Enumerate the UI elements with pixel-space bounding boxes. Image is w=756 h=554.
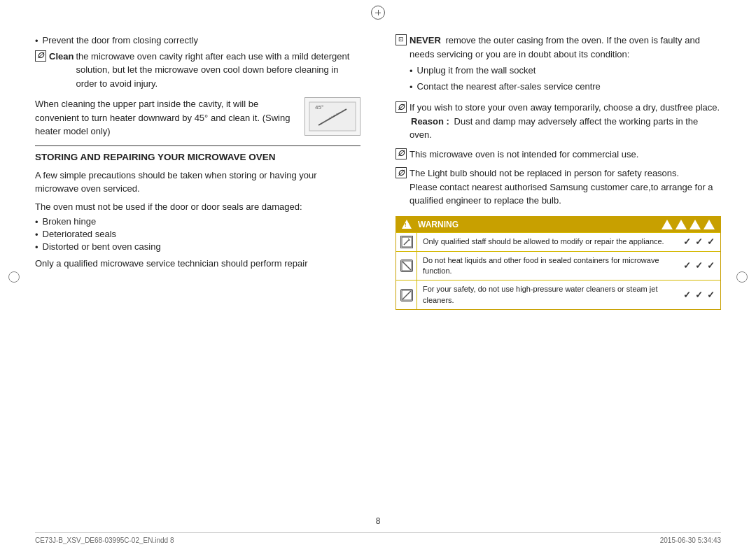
section-title: STORING AND REPAIRING YOUR MICROWAVE OVE… — [35, 150, 360, 164]
check-2-2: ✓ — [695, 260, 703, 271]
svg-text:45°: 45° — [315, 104, 323, 111]
never-bullet-2: • Contact the nearest after-sales servic… — [410, 80, 721, 94]
heat-icon — [400, 260, 413, 272]
water-icon — [400, 289, 413, 301]
section-divider — [35, 145, 360, 146]
never-bullet-1-text: Unplug it from the wall socket — [417, 64, 536, 78]
never-text: remove the outer casing from the oven. I… — [410, 35, 700, 59]
store-block: ∅ If you wish to store your oven away te… — [396, 101, 721, 142]
check-2-3: ✓ — [707, 260, 715, 271]
check-1-2: ✓ — [695, 236, 703, 247]
check-3-3: ✓ — [707, 290, 715, 300]
never-icon: ⊡ — [396, 34, 407, 45]
warn-tri-2 — [676, 220, 687, 229]
damage-item-1-text: Broken hinge — [43, 216, 97, 227]
prevent-text: Prevent the door from closing correctly — [43, 34, 199, 48]
main-columns: • Prevent the door from closing correctl… — [35, 34, 721, 511]
damage-item-2-text: Deteriorated seals — [43, 229, 117, 239]
never-text-block: NEVER remove the outer casing from the o… — [410, 34, 721, 95]
footer-file-left: CE73J-B_XSV_DE68-03995C-02_EN.indd 8 — [35, 537, 174, 544]
warning-header-icons — [662, 220, 715, 229]
clean-label: Clean — [49, 50, 74, 64]
warning-row-2-checks: ✓ ✓ ✓ — [678, 252, 720, 280]
reason-label: Reason : — [411, 116, 449, 127]
never-bullet-1: • Unplug it from the wall socket — [410, 64, 721, 78]
never-bullet-dot-2: • — [410, 80, 413, 94]
warning-row-3-checks: ✓ ✓ ✓ — [678, 280, 720, 309]
heater-text-block: When cleaning the upper part inside the … — [35, 97, 298, 138]
store-icon: ∅ — [396, 101, 407, 113]
clean-note-icon: ∅ — [35, 50, 46, 62]
damage-item-1: • Broken hinge — [35, 216, 360, 227]
never-bullet-2-text: Contact the nearest after-sales service … — [417, 80, 601, 94]
right-column: ⊡ NEVER remove the outer casing from the… — [388, 34, 721, 511]
clean-text: the microwave oven cavity right after ea… — [76, 50, 360, 91]
bullet-dot-2: • — [35, 229, 38, 240]
check-2-1: ✓ — [683, 260, 691, 271]
footer: CE73J-B_XSV_DE68-03995C-02_EN.indd 8 201… — [35, 532, 721, 544]
heater-svg: 45° — [308, 101, 357, 132]
check-3-2: ✓ — [695, 290, 703, 300]
store-text-block: If you wish to store your oven away temp… — [410, 101, 721, 142]
damage-item-3: • Distorted or bent oven casing — [35, 241, 360, 253]
warning-row-1-checks: ✓ ✓ ✓ — [678, 233, 720, 251]
warning-label: WARNING — [418, 220, 458, 229]
warning-row-2-text: Do not heat liquids and other food in se… — [417, 252, 678, 280]
warning-row-2-icon — [396, 252, 417, 280]
top-compass-decoration — [371, 6, 385, 20]
svg-line-7 — [402, 262, 411, 270]
clean-block: ∅ Clean the microwave oven cavity right … — [35, 50, 360, 92]
warn-tri-1 — [662, 220, 673, 229]
commercial-icon: ∅ — [396, 148, 407, 159]
warning-table: ! WARNING — [396, 216, 721, 311]
heater-paragraph: When cleaning the upper part inside the … — [35, 99, 290, 136]
right-compass-decoration — [736, 271, 748, 283]
store-text: If you wish to store your oven away temp… — [410, 102, 720, 113]
never-bullet-dot-1: • — [410, 64, 413, 78]
intro-text2: The oven must not be used if the door or… — [35, 200, 360, 214]
bulb-text: The Light bulb should not be replaced in… — [410, 166, 721, 208]
damage-list: • Broken hinge • Deteriorated seals • Di… — [35, 216, 360, 253]
damage-item-2: • Deteriorated seals — [35, 229, 360, 240]
bullet-dot-1: • — [35, 217, 38, 227]
warn-tri-4 — [704, 220, 715, 229]
bullet-dot: • — [35, 34, 38, 48]
check-1-3: ✓ — [707, 236, 715, 247]
heater-diagram: 45° — [304, 97, 360, 136]
warning-header: ! WARNING — [396, 217, 720, 232]
warning-row-3-icon — [396, 280, 417, 309]
warning-row-1-text: Only qualified staff should be allowed t… — [417, 233, 678, 251]
bulb-icon: ∅ — [396, 167, 407, 178]
never-block: ⊡ NEVER remove the outer casing from the… — [396, 34, 721, 95]
check-1-1: ✓ — [683, 236, 691, 247]
never-bullets-list: • Unplug it from the wall socket • Conta… — [410, 64, 721, 94]
warning-row-3-text: For your safety, do not use high-pressur… — [417, 280, 678, 309]
warning-row-2: Do not heat liquids and other food in se… — [396, 251, 720, 280]
damage-item-3-text: Distorted or bent oven casing — [43, 241, 161, 252]
left-compass-decoration — [8, 271, 20, 283]
bullet-dot-3: • — [35, 242, 38, 253]
heater-block: When cleaning the upper part inside the … — [35, 97, 360, 138]
qualified-text: Only a qualified microwave service techn… — [35, 257, 360, 271]
warning-title: ! WARNING — [402, 220, 458, 229]
page-number: 8 — [35, 516, 721, 526]
svg-line-9 — [402, 291, 411, 299]
commercial-text: This microwave oven is not intended for … — [410, 148, 638, 162]
modify-icon — [400, 236, 413, 248]
page-container: • Prevent the door from closing correctl… — [0, 0, 756, 554]
reason-text: Dust and damp may adversely affect the w… — [410, 116, 698, 141]
left-column: • Prevent the door from closing correctl… — [35, 34, 368, 511]
footer-file-right: 2015-06-30 5:34:43 — [660, 537, 721, 544]
never-label: NEVER — [410, 35, 441, 45]
svg-line-4 — [404, 239, 410, 245]
warning-row-3: For your safety, do not use high-pressur… — [396, 280, 720, 309]
warning-row-1-icon — [396, 233, 417, 251]
warning-row-1: Only qualified staff should be allowed t… — [396, 232, 720, 251]
check-3-1: ✓ — [683, 290, 691, 300]
commercial-block: ∅ This microwave oven is not intended fo… — [396, 148, 721, 162]
warn-tri-3 — [690, 220, 701, 229]
intro-text1: A few simple precautions should be taken… — [35, 169, 360, 196]
prevent-bullet: • Prevent the door from closing correctl… — [35, 34, 360, 48]
bulb-block: ∅ The Light bulb should not be replaced … — [396, 166, 721, 208]
